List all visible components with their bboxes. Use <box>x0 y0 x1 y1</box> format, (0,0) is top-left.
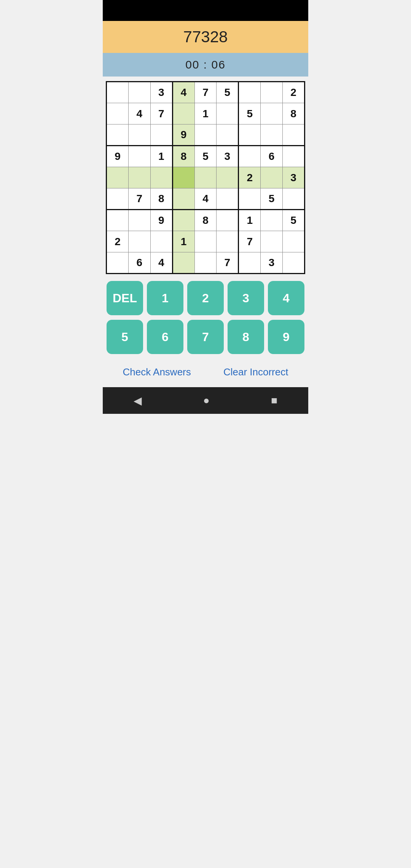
cell-r6-c7[interactable] <box>261 210 283 231</box>
cell-r0-c2[interactable]: 3 <box>150 82 172 103</box>
cell-r8-c3[interactable] <box>172 252 194 274</box>
cell-r0-c1[interactable] <box>128 82 150 103</box>
cell-r0-c4[interactable]: 7 <box>194 82 217 103</box>
cell-r6-c0[interactable] <box>107 210 129 231</box>
cell-r4-c4[interactable] <box>194 167 217 188</box>
numpad-btn-6[interactable]: 6 <box>147 320 183 354</box>
cell-r4-c8[interactable]: 3 <box>283 167 305 188</box>
cell-r4-c2[interactable] <box>150 167 172 188</box>
cell-r5-c7[interactable]: 5 <box>261 188 283 210</box>
cell-r6-c8[interactable]: 5 <box>283 210 305 231</box>
cell-r2-c1[interactable] <box>128 124 150 146</box>
cell-r0-c0[interactable] <box>107 82 129 103</box>
cell-r2-c7[interactable] <box>261 124 283 146</box>
cell-r8-c0[interactable] <box>107 252 129 274</box>
cell-r6-c4[interactable]: 8 <box>194 210 217 231</box>
timer: 00 : 06 <box>185 58 226 71</box>
cell-r5-c5[interactable] <box>217 188 239 210</box>
cell-r4-c1[interactable] <box>128 167 150 188</box>
numpad-btn-4[interactable]: 4 <box>268 281 304 315</box>
cell-r7-c7[interactable] <box>261 231 283 252</box>
cell-r8-c1[interactable]: 6 <box>128 252 150 274</box>
cell-r5-c2[interactable]: 8 <box>150 188 172 210</box>
cell-r2-c2[interactable] <box>150 124 172 146</box>
numpad-btn-5[interactable]: 5 <box>107 320 143 354</box>
cell-r1-c4[interactable]: 1 <box>194 103 217 124</box>
cell-r4-c3[interactable] <box>172 167 194 188</box>
cell-r7-c6[interactable]: 7 <box>239 231 261 252</box>
numpad-btn-2[interactable]: 2 <box>187 281 224 315</box>
cell-r7-c2[interactable] <box>150 231 172 252</box>
cell-r1-c7[interactable] <box>261 103 283 124</box>
numpad-btn-7[interactable]: 7 <box>187 320 224 354</box>
cell-r0-c7[interactable] <box>261 82 283 103</box>
cell-r3-c1[interactable] <box>128 146 150 167</box>
cell-r1-c0[interactable] <box>107 103 129 124</box>
cell-r6-c1[interactable] <box>128 210 150 231</box>
cell-r4-c0[interactable] <box>107 167 129 188</box>
puzzle-id-bar: 77328 <box>103 21 308 53</box>
cell-r5-c6[interactable] <box>239 188 261 210</box>
cell-r0-c3[interactable]: 4 <box>172 82 194 103</box>
action-buttons: Check Answers Clear Incorrect <box>103 359 308 384</box>
cell-r3-c0[interactable]: 9 <box>107 146 129 167</box>
cell-r1-c1[interactable]: 4 <box>128 103 150 124</box>
cell-r3-c8[interactable] <box>283 146 305 167</box>
cell-r3-c7[interactable]: 6 <box>261 146 283 167</box>
cell-r3-c3[interactable]: 8 <box>172 146 194 167</box>
cell-r1-c2[interactable]: 7 <box>150 103 172 124</box>
cell-r1-c3[interactable] <box>172 103 194 124</box>
cell-r1-c6[interactable]: 5 <box>239 103 261 124</box>
cell-r4-c7[interactable] <box>261 167 283 188</box>
cell-r1-c5[interactable] <box>217 103 239 124</box>
cell-r8-c8[interactable] <box>283 252 305 274</box>
cell-r2-c4[interactable] <box>194 124 217 146</box>
cell-r6-c6[interactable]: 1 <box>239 210 261 231</box>
cell-r5-c3[interactable] <box>172 188 194 210</box>
cell-r4-c6[interactable]: 2 <box>239 167 261 188</box>
cell-r5-c1[interactable]: 7 <box>128 188 150 210</box>
cell-r2-c5[interactable] <box>217 124 239 146</box>
cell-r7-c5[interactable] <box>217 231 239 252</box>
cell-r7-c0[interactable]: 2 <box>107 231 129 252</box>
cell-r6-c5[interactable] <box>217 210 239 231</box>
cell-r7-c1[interactable] <box>128 231 150 252</box>
numpad-btn-9[interactable]: 9 <box>268 320 304 354</box>
cell-r5-c4[interactable]: 4 <box>194 188 217 210</box>
cell-r8-c7[interactable]: 3 <box>261 252 283 274</box>
home-icon[interactable]: ● <box>203 394 210 407</box>
sudoku-grid[interactable]: 3475247158991853623784598152176473 <box>106 81 305 274</box>
numpad-btn-1[interactable]: 1 <box>147 281 183 315</box>
cell-r7-c8[interactable] <box>283 231 305 252</box>
cell-r5-c0[interactable] <box>107 188 129 210</box>
recents-icon[interactable]: ■ <box>271 394 277 407</box>
cell-r6-c2[interactable]: 9 <box>150 210 172 231</box>
cell-r2-c8[interactable] <box>283 124 305 146</box>
cell-r3-c6[interactable] <box>239 146 261 167</box>
clear-incorrect-button[interactable]: Clear Incorrect <box>223 366 288 378</box>
cell-r5-c8[interactable] <box>283 188 305 210</box>
cell-r2-c3[interactable]: 9 <box>172 124 194 146</box>
back-icon[interactable]: ◀ <box>134 394 142 407</box>
cell-r1-c8[interactable]: 8 <box>283 103 305 124</box>
cell-r0-c8[interactable]: 2 <box>283 82 305 103</box>
cell-r0-c5[interactable]: 5 <box>217 82 239 103</box>
cell-r8-c5[interactable]: 7 <box>217 252 239 274</box>
cell-r6-c3[interactable] <box>172 210 194 231</box>
cell-r3-c5[interactable]: 3 <box>217 146 239 167</box>
cell-r3-c4[interactable]: 5 <box>194 146 217 167</box>
check-answers-button[interactable]: Check Answers <box>123 366 191 378</box>
cell-r8-c2[interactable]: 4 <box>150 252 172 274</box>
cell-r7-c3[interactable]: 1 <box>172 231 194 252</box>
cell-r8-c4[interactable] <box>194 252 217 274</box>
cell-r7-c4[interactable] <box>194 231 217 252</box>
cell-r8-c6[interactable] <box>239 252 261 274</box>
cell-r2-c0[interactable] <box>107 124 129 146</box>
cell-r4-c5[interactable] <box>217 167 239 188</box>
numpad-btn-3[interactable]: 3 <box>228 281 264 315</box>
numpad-btn-del[interactable]: DEL <box>107 281 143 315</box>
cell-r0-c6[interactable] <box>239 82 261 103</box>
cell-r2-c6[interactable] <box>239 124 261 146</box>
numpad-btn-8[interactable]: 8 <box>228 320 264 354</box>
cell-r3-c2[interactable]: 1 <box>150 146 172 167</box>
